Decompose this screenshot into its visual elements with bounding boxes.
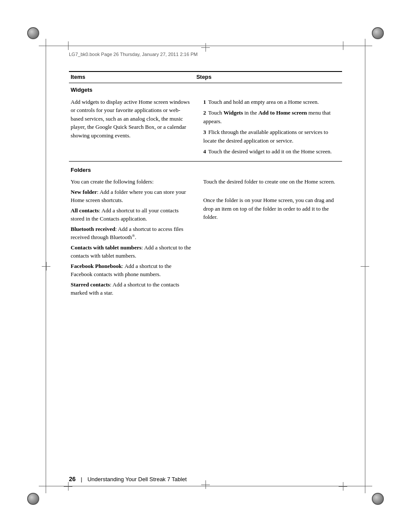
folders-step-2: Once the folder is on your Home screen, …	[203, 196, 339, 221]
widgets-header-row: Widgets	[69, 83, 342, 95]
main-content: Items Steps Widgets Add widgets to displ…	[69, 67, 342, 476]
page-container: LG7_bk0.book Page 26 Thursday, January 2…	[0, 0, 411, 532]
step-num-4: 4	[203, 148, 206, 155]
step-num-1: 1	[203, 99, 206, 105]
folders-item-contacts-tablet: Contacts with tablet numbers: Add a shor…	[71, 243, 191, 260]
header-file-info: LG7_bk0.book Page 26 Thursday, January 2…	[69, 52, 198, 57]
widgets-section-header: Widgets	[71, 85, 92, 93]
footer-title: Understanding Your Dell Streak 7 Tablet	[87, 476, 187, 482]
corner-decoration-bl	[24, 493, 39, 508]
widgets-step-2: 2 Touch Widgets in the Add to Home scree…	[203, 109, 339, 125]
col-items-header: Items	[69, 72, 195, 83]
main-table: Items Steps Widgets Add widgets to displ…	[69, 71, 342, 302]
corner-decoration-tr	[372, 24, 387, 39]
widgets-step-4: 4 Touch the desired widget to add it on …	[203, 147, 339, 156]
cross-top-center	[201, 43, 210, 52]
widgets-steps-list: 1 Touch and hold an empty area on a Home…	[203, 98, 339, 156]
cross-top-left	[64, 41, 72, 50]
folders-header-row: Folders	[69, 161, 342, 175]
folders-item-new: New folder: Add a folder where you can s…	[71, 188, 191, 205]
folders-step-1: Touch the desired folder to create one o…	[203, 177, 339, 186]
footer-page-number: 26	[69, 476, 76, 482]
folders-item-allcontacts: All contacts: Add a shortcut to all your…	[71, 206, 191, 223]
widgets-description: Add widgets to display active Home scree…	[71, 98, 191, 140]
corner-decoration-br	[372, 493, 387, 508]
cross-mid-left	[42, 262, 50, 271]
footer-separator: |	[81, 476, 82, 482]
widgets-step-3: 3 Flick through the available applicatio…	[203, 128, 339, 145]
folders-content-row: You can create the following folders: Ne…	[69, 175, 342, 302]
folders-item-starred: Starred contacts: Add a shortcut to the …	[71, 280, 191, 297]
cross-bottom-left	[64, 482, 72, 491]
footer-content: 26 | Understanding Your Dell Streak 7 Ta…	[69, 476, 342, 482]
widgets-content-row: Add widgets to display active Home scree…	[69, 95, 342, 162]
folders-section-header: Folders	[71, 165, 91, 173]
widgets-bold-2: Add to Home screen	[258, 109, 307, 116]
cross-bottom-right	[339, 482, 347, 491]
footer: 26 | Understanding Your Dell Streak 7 Ta…	[69, 476, 342, 482]
cross-top-right	[339, 41, 347, 50]
step-num-3: 3	[203, 129, 206, 135]
folders-item-bluetooth: Bluetooth received: Add a shortcut to ac…	[71, 225, 191, 242]
corner-decoration-tl	[24, 24, 39, 39]
folders-item-facebook: Facebook Phonebook: Add a shortcut to th…	[71, 262, 191, 279]
widgets-bold-1: Widgets	[224, 109, 243, 116]
widgets-step-1: 1 Touch and hold an empty area on a Home…	[203, 98, 339, 106]
step-num-2: 2	[203, 109, 206, 116]
folders-intro: You can create the following folders:	[71, 177, 191, 186]
cross-mid-right	[361, 262, 369, 271]
col-steps-header: Steps	[195, 72, 342, 83]
